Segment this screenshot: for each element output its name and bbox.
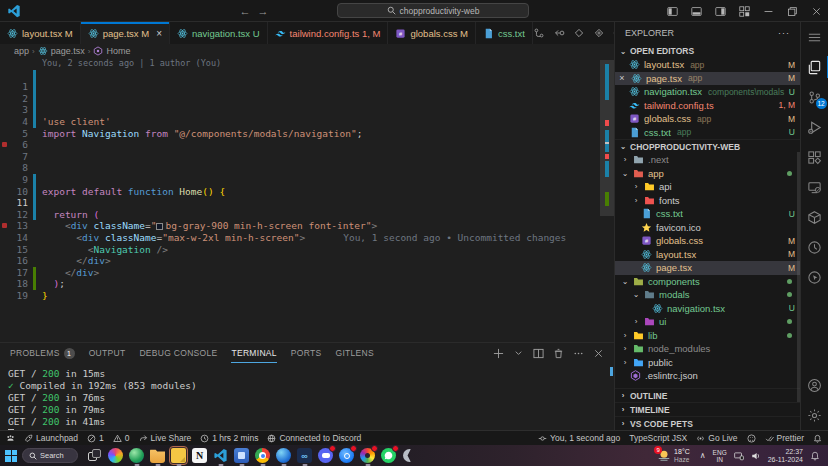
tree-item-modals[interactable]: ⌄ modals — [615, 288, 800, 302]
code-line[interactable]: 7 export default function Home() { — [0, 139, 614, 151]
tree-item-node-modules[interactable]: › node_modules — [615, 342, 800, 356]
code-line[interactable]: 9 return ( — [0, 162, 614, 174]
git-graph-icon[interactable] — [533, 27, 545, 39]
taskbar-app-vscode[interactable] — [210, 445, 231, 466]
tab-globals-css[interactable]: # globals.css M — [388, 22, 476, 44]
taskbar-app-edge-browser[interactable] — [126, 445, 147, 466]
status-pet[interactable] — [6, 434, 15, 443]
section-vs-code-pets[interactable]: ›VS CODE PETS — [615, 416, 800, 430]
open-editor-page-tsx[interactable]: × page.tsx app M — [615, 72, 800, 86]
tree-item-public[interactable]: › public — [615, 356, 800, 370]
status-1-hrs-2-mins[interactable]: 1 hrs 2 mins — [200, 433, 258, 443]
panel-tab-ports[interactable]: PORTS — [291, 343, 322, 363]
code-line[interactable]: 17 — [0, 255, 614, 267]
section-timeline[interactable]: ›TIMELINE — [615, 402, 800, 416]
taskbar-app-task-view[interactable] — [84, 445, 105, 466]
status-typescript-jsx[interactable]: TypeScript JSX — [629, 433, 687, 443]
taskbar-app-opera-gx[interactable] — [399, 445, 420, 466]
tab-page-tsx[interactable]: page.tsx M × — [81, 22, 170, 44]
taskbar-app-whatsapp[interactable] — [378, 445, 399, 466]
code-line[interactable]: 19 — [0, 278, 614, 290]
close-tab-icon[interactable]: × — [156, 28, 162, 39]
toggle-panel-right-button[interactable] — [708, 0, 732, 22]
overview-ruler[interactable] — [600, 58, 614, 342]
code-line[interactable]: 10 <div className="bg-gray-900 min-h-scr… — [0, 174, 614, 186]
activity-play-circle[interactable] — [801, 232, 828, 262]
status-1[interactable]: 1 — [87, 433, 104, 443]
explorer-more-actions[interactable]: ··· — [778, 28, 790, 38]
activity-settings-gear[interactable] — [801, 400, 828, 430]
section-outline[interactable]: ›OUTLINE — [615, 388, 800, 402]
code-line[interactable]: 2 import Navigation from "@/components/m… — [0, 81, 614, 93]
panel-tab-output[interactable]: OUTPUT — [89, 343, 126, 363]
tray-expand-icon[interactable]: ∧ — [700, 451, 706, 460]
code-line[interactable]: 3 — [0, 93, 614, 105]
status-you-1-second-ago[interactable]: You, 1 second ago — [538, 433, 620, 443]
restore-button[interactable] — [780, 0, 804, 22]
taskbar-search[interactable]: Search — [22, 448, 78, 463]
kill-terminal-icon[interactable] — [553, 348, 564, 359]
status-connected-to-discord[interactable]: Connected to Discord — [267, 433, 361, 443]
tab-navigation-tsx[interactable]: navigation.tsx U — [170, 22, 268, 44]
tree-item-components[interactable]: ⌄ components — [615, 275, 800, 289]
close-editor-icon[interactable]: × — [617, 73, 627, 83]
code-line[interactable]: 16 } — [0, 244, 614, 256]
tree-item--next[interactable]: › .next — [615, 153, 800, 167]
launch-profile-icon[interactable] — [513, 348, 524, 359]
status-live-share[interactable]: Live Share — [139, 433, 192, 443]
open-editor-tailwind-config-ts[interactable]: tailwind.config.ts 1, M — [615, 99, 800, 113]
new-terminal-icon[interactable] — [493, 348, 504, 359]
open-editor-globals-css[interactable]: # globals.css app M — [615, 112, 800, 126]
status-github[interactable] — [747, 434, 756, 443]
code-line[interactable]: 6 — [0, 128, 614, 140]
code-editor[interactable]: You, 2 seconds ago | 1 author (You) 1 'u… — [0, 58, 614, 342]
terminal-output[interactable]: GET / 200 in 15ms✓ Compiled in 192ms (85… — [0, 363, 614, 440]
code-line[interactable]: 15 ); — [0, 232, 614, 244]
code-line[interactable]: 5 — [0, 116, 614, 128]
open-editor-css-txt[interactable]: css.txt app U — [615, 126, 800, 140]
panel-tab-terminal[interactable]: TERMINAL — [231, 343, 276, 363]
taskbar-app-photos[interactable] — [357, 445, 378, 466]
status-0[interactable]: 0 — [113, 433, 130, 443]
toggle-panel-left-button[interactable] — [660, 0, 684, 22]
tree-item-ui[interactable]: › ui — [615, 315, 800, 329]
activity-remote-explorer[interactable] — [801, 172, 828, 202]
split-terminal-icon[interactable] — [533, 348, 544, 359]
breadcrumb-item[interactable]: Home — [93, 46, 130, 56]
clock[interactable]: 22:3726-11-2024 — [768, 448, 803, 464]
code-line[interactable]: 11 <div className="max-w-2xl min-h-scree… — [0, 186, 614, 198]
tree-item-favicon-ico[interactable]: favicon.ico — [615, 221, 800, 235]
activity-source-control[interactable]: 12 — [801, 82, 828, 112]
activity-run-and-debug[interactable] — [801, 112, 828, 142]
previous-change-icon[interactable] — [573, 27, 585, 39]
status-go-live[interactable]: Go Live — [696, 433, 737, 443]
taskbar-app-copilot[interactable] — [105, 445, 126, 466]
tab-tailwind-config-ts[interactable]: tailwind.config.ts 1, M — [268, 22, 389, 44]
tree-item-globals-css[interactable]: # globals.css M — [615, 234, 800, 248]
tree-item-app[interactable]: ⌄ app — [615, 167, 800, 181]
status-bell[interactable] — [813, 434, 822, 443]
network-display-icon[interactable] — [734, 451, 744, 461]
activity-extensions[interactable] — [801, 142, 828, 172]
command-center[interactable]: chopproductivity-web — [337, 3, 529, 18]
breadcrumb-item[interactable]: app — [14, 46, 29, 56]
close-panel-icon[interactable] — [593, 348, 604, 359]
open-editors-section-header[interactable]: ⌄ OPEN EDITORS — [615, 44, 800, 58]
tree-item-page-tsx[interactable]: page.tsx M — [615, 261, 800, 275]
taskbar-app-teams[interactable] — [231, 445, 252, 466]
taskbar-app-discord[interactable] — [315, 445, 336, 466]
breadcrumb-item[interactable]: page.tsx — [38, 46, 85, 56]
open-changes-icon[interactable] — [553, 27, 565, 39]
open-editor-layout-tsx[interactable]: layout.tsx app M — [615, 58, 800, 72]
panel-tab-gitlens[interactable]: GITLENS — [335, 343, 373, 363]
tab-layout-tsx[interactable]: layout.tsx M — [0, 22, 81, 44]
status-launchpad[interactable]: Launchpad — [24, 433, 78, 443]
open-editor-navigation-tsx[interactable]: navigation.tsx components\modals U — [615, 85, 800, 99]
language-indicator[interactable]: ENGIN — [713, 449, 727, 463]
customize-layout-button[interactable] — [732, 0, 756, 22]
code-line[interactable]: 8 — [0, 151, 614, 163]
status-prettier[interactable]: Prettier — [765, 433, 804, 443]
code-line[interactable]: 4 — [0, 104, 614, 116]
nav-back-icon[interactable]: ← — [236, 5, 254, 17]
project-section-header[interactable]: ⌄ CHOPPRODUCTIVITY-WEB — [615, 139, 800, 153]
